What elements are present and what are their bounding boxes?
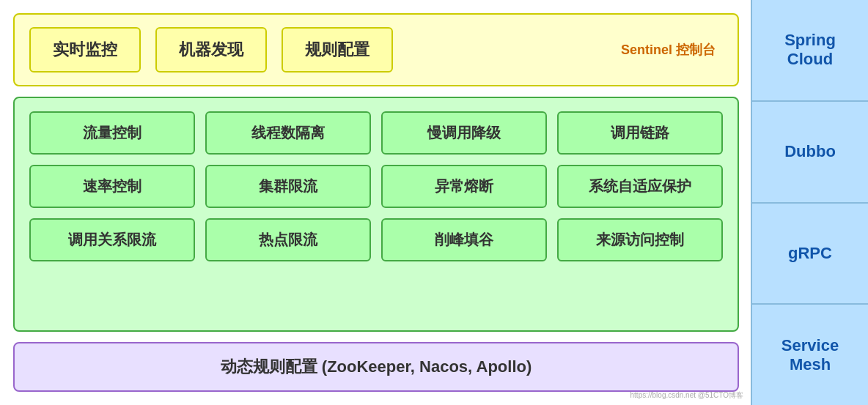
core-row-1: 流量控制 线程数隔离 慢调用降级 调用链路	[29, 111, 723, 155]
sentinel-box-rules: 规则配置	[282, 27, 393, 73]
dynamic-panel: 动态规则配置 (ZooKeeper, Nacos, Apollo)	[13, 342, 739, 392]
sidebar-item-spring-cloud[interactable]: Spring Cloud	[752, 0, 868, 102]
core-box-circuit-break: 异常熔断	[381, 165, 547, 208]
core-box-access-control: 来源访问控制	[557, 218, 723, 261]
sentinel-boxes: 实时监控 机器发现 规则配置	[29, 27, 621, 73]
core-box-peak-shaving: 削峰填谷	[381, 218, 547, 261]
core-row-3: 调用关系限流 热点限流 削峰填谷 来源访问控制	[29, 218, 723, 261]
core-box-call-chain: 调用链路	[557, 111, 723, 155]
right-sidebar: Spring Cloud Dubbo gRPC Service Mesh	[751, 0, 868, 405]
core-box-hotspot: 热点限流	[205, 218, 371, 261]
sidebar-item-service-mesh[interactable]: Service Mesh	[752, 305, 868, 405]
sidebar-item-dubbo[interactable]: Dubbo	[752, 102, 868, 204]
core-row-2: 速率控制 集群限流 异常熔断 系统自适应保护	[29, 165, 723, 208]
core-box-rate-control: 速率控制	[29, 165, 195, 208]
sidebar-item-grpc[interactable]: gRPC	[752, 204, 868, 305]
core-panel: 流量控制 线程数隔离 慢调用降级 调用链路 速率控制 集群限流 异常熔断	[13, 97, 739, 332]
core-box-thread-isolation: 线程数隔离	[205, 111, 371, 155]
core-box-flow-control: 流量控制	[29, 111, 195, 155]
sentinel-panel: 实时监控 机器发现 规则配置 Sentinel 控制台	[13, 13, 739, 86]
core-box-system-adaptive: 系统自适应保护	[557, 165, 723, 208]
core-box-call-relation: 调用关系限流	[29, 218, 195, 261]
main-content: 实时监控 机器发现 规则配置 Sentinel 控制台 流量控制 线程数隔离 慢…	[0, 0, 751, 405]
sentinel-label: Sentinel 控制台	[621, 41, 723, 59]
core-box-slow-call: 慢调用降级	[381, 111, 547, 155]
sentinel-box-monitor: 实时监控	[29, 27, 141, 73]
sentinel-box-machine: 机器发现	[155, 27, 267, 73]
core-box-cluster-limit: 集群限流	[205, 165, 371, 208]
